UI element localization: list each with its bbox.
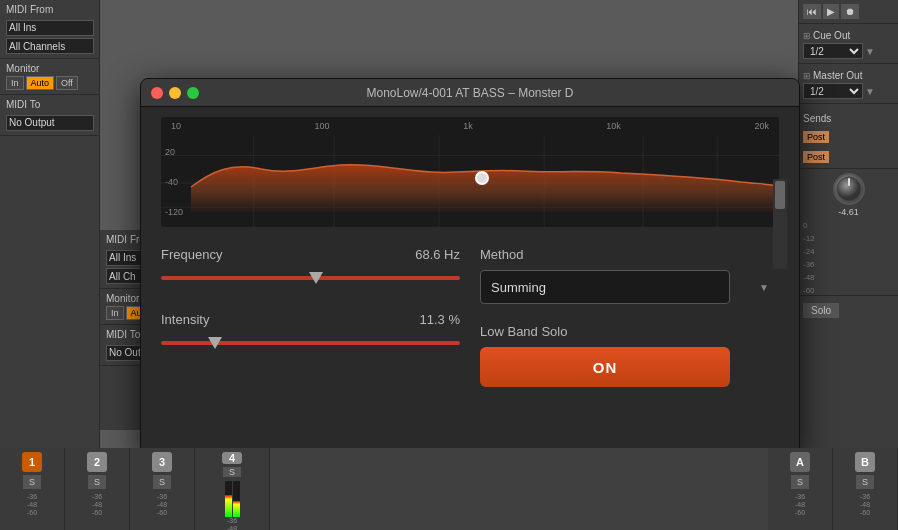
- traffic-lights: [151, 87, 199, 99]
- intensity-slider-track[interactable]: [161, 341, 460, 345]
- intensity-slider-thumb[interactable]: [208, 337, 222, 349]
- scrollbar-thumb[interactable]: [775, 181, 785, 209]
- intensity-slider-container: [161, 333, 460, 353]
- midi-to-section: MIDI To No Output: [0, 95, 99, 136]
- track-B-number: B: [855, 452, 875, 472]
- intensity-control: Intensity 11.3 %: [161, 312, 460, 353]
- solo-section: Solo: [799, 295, 898, 322]
- track-B: B S -36 -48 -60: [833, 448, 898, 530]
- intensity-label: Intensity: [161, 312, 209, 327]
- master-dropdown-arrow: ▼: [865, 86, 875, 97]
- track-4-solo-btn[interactable]: S: [223, 467, 241, 477]
- midi-channel-select[interactable]: All Channels: [6, 38, 94, 54]
- intensity-value: 11.3 %: [420, 312, 460, 327]
- spectrum-grid: [161, 117, 779, 227]
- volume-knob[interactable]: [833, 173, 865, 205]
- midi-to-select[interactable]: No Output: [6, 115, 94, 131]
- track-2-solo-btn[interactable]: S: [88, 475, 106, 489]
- track-3-solo-btn[interactable]: S: [153, 475, 171, 489]
- frequency-label: Frequency: [161, 247, 222, 262]
- post-btn-2[interactable]: Post: [803, 151, 829, 163]
- track-4: 4 S -36 -48 -60: [195, 448, 270, 530]
- method-dropdown-arrow: ▼: [759, 282, 769, 293]
- master-out-select[interactable]: 1/2: [803, 83, 863, 99]
- method-select[interactable]: Summing Harmonic Peak: [480, 270, 730, 304]
- track-4-vu-left: [225, 481, 232, 517]
- vu-label-60: -60: [803, 286, 894, 295]
- transport-icons: ⏮ ▶ ⏺: [799, 0, 898, 24]
- eq-control-point[interactable]: [475, 171, 489, 185]
- monitor-off-btn[interactable]: Off: [56, 76, 78, 90]
- master-out-section: ⊞ Master Out 1/2 ▼: [799, 64, 898, 104]
- track-2-number: 2: [87, 452, 107, 472]
- vu-label-0: 0: [803, 221, 894, 230]
- monitor-section: Monitor In Auto Off: [0, 59, 99, 95]
- midi-from-label: MIDI From: [6, 4, 93, 15]
- left-controls: Frequency 68.6 Hz Intensity 11.3 %: [161, 247, 460, 387]
- track-1-solo-btn[interactable]: S: [23, 475, 41, 489]
- sends-label: Sends: [803, 113, 831, 124]
- plugin-titlebar: MonoLow/4-001 AT BASS – Monster D: [141, 79, 799, 107]
- track-A-number: A: [790, 452, 810, 472]
- track-A: A S -36 -48 -60: [768, 448, 833, 530]
- track-4-vu-left-fill: [225, 495, 232, 517]
- vu-label-24: -24: [803, 247, 894, 256]
- back-btn[interactable]: ⏮: [803, 4, 821, 19]
- intensity-header: Intensity 11.3 %: [161, 312, 460, 327]
- vu-label-36: -36: [803, 260, 894, 269]
- frequency-slider-thumb[interactable]: [309, 272, 323, 284]
- monitor-auto-btn[interactable]: Auto: [26, 76, 55, 90]
- monitor-in-btn[interactable]: In: [6, 76, 24, 90]
- track-area: 1 S -36 -48 -60 2 S -36 -48 -60 3 S -36 …: [0, 448, 898, 530]
- close-button[interactable]: [151, 87, 163, 99]
- track-B-labels: -36 -48 -60: [860, 493, 870, 516]
- plugin-window: MonoLow/4-001 AT BASS – Monster D 10 100…: [140, 78, 800, 458]
- midi-to-label: MIDI To: [6, 99, 93, 110]
- track-1: 1 S -36 -48 -60: [0, 448, 65, 530]
- solo-button[interactable]: Solo: [803, 303, 839, 318]
- cue-dropdown-arrow: ▼: [865, 46, 875, 57]
- plugin-title: MonoLow/4-001 AT BASS – Monster D: [367, 86, 574, 100]
- vu-labels: 0 -12 -24 -36 -48 -60: [799, 221, 898, 295]
- cue-out-select[interactable]: 1/2: [803, 43, 863, 59]
- track-2: 2 S -36 -48 -60: [65, 448, 130, 530]
- midi-from-select[interactable]: All Ins: [6, 20, 94, 36]
- post-btn-1[interactable]: Post: [803, 131, 829, 143]
- track-B-solo-btn[interactable]: S: [856, 475, 874, 489]
- low-band-solo-button[interactable]: ON: [480, 347, 730, 387]
- play-btn[interactable]: ▶: [823, 4, 839, 19]
- monitor-label: Monitor: [6, 63, 93, 74]
- maximize-button[interactable]: [187, 87, 199, 99]
- spectrum-display[interactable]: 10 100 1k 10k 20k 20 -40 -120: [161, 117, 779, 227]
- cue-icon: ⊞: [803, 31, 811, 41]
- low-band-solo-control: Low Band Solo ON: [480, 324, 779, 387]
- cue-out-label: Cue Out: [813, 30, 850, 41]
- method-select-wrapper: Summing Harmonic Peak ▼: [480, 270, 779, 304]
- cue-out-section: ⊞ Cue Out 1/2 ▼: [799, 24, 898, 64]
- in-btn2[interactable]: In: [106, 306, 124, 320]
- track-4-labels: -36 -48 -60: [227, 517, 237, 530]
- track-1-fader: -36 -48 -60: [27, 493, 37, 516]
- spectrum-scrollbar[interactable]: [773, 179, 787, 269]
- track-3-number: 3: [152, 452, 172, 472]
- volume-knob-section: -4.61: [799, 169, 898, 221]
- track-spacer: [270, 448, 768, 530]
- vu-label-48: -48: [803, 273, 894, 282]
- track-3-labels: -36 -48 -60: [157, 493, 167, 516]
- low-band-solo-label: Low Band Solo: [480, 324, 779, 339]
- track-4-vu-right-fill: [233, 501, 240, 517]
- minimize-button[interactable]: [169, 87, 181, 99]
- track-1-number: 1: [22, 452, 42, 472]
- method-control: Method Summing Harmonic Peak ▼: [480, 247, 779, 304]
- frequency-control: Frequency 68.6 Hz: [161, 247, 460, 288]
- track-4-vu-right: [233, 481, 240, 517]
- track-3: 3 S -36 -48 -60: [130, 448, 195, 530]
- right-controls: Method Summing Harmonic Peak ▼ Low Band …: [480, 247, 779, 387]
- frequency-value: 68.6 Hz: [415, 247, 460, 262]
- track-4-vu: [225, 481, 240, 517]
- frequency-slider-container: [161, 268, 460, 288]
- sends-section: Sends Post Post: [799, 104, 898, 169]
- track-A-solo-btn[interactable]: S: [791, 475, 809, 489]
- spectrum-section: 10 100 1k 10k 20k 20 -40 -120: [151, 117, 789, 227]
- rec-btn[interactable]: ⏺: [841, 4, 859, 19]
